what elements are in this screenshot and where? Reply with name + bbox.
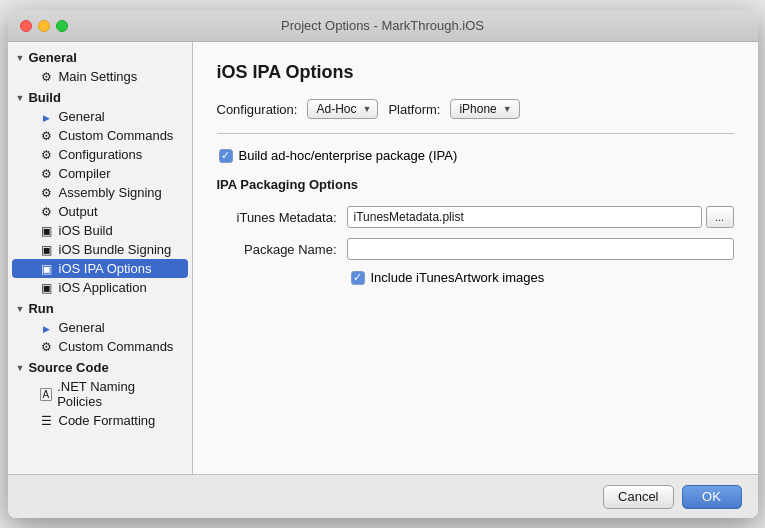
panel-title: iOS IPA Options — [217, 62, 734, 83]
config-row: Configuration: Ad-Hoc ▼ Platform: iPhone… — [217, 99, 734, 119]
itunes-input-group: ... — [347, 206, 734, 228]
ios-app-icon: ▣ — [40, 281, 54, 295]
package-input[interactable] — [347, 238, 734, 260]
main-content: ▼ General Main Settings ▼ Build General — [8, 42, 758, 474]
itunes-input[interactable] — [347, 206, 702, 228]
sidebar: ▼ General Main Settings ▼ Build General — [8, 42, 193, 474]
close-button[interactable] — [20, 20, 32, 32]
sidebar-group-general-label: ▼ General — [8, 48, 192, 67]
sidebar-item-output[interactable]: Output — [12, 202, 188, 221]
ios-ipa-icon: ▣ — [40, 262, 54, 276]
sidebar-group-general: ▼ General Main Settings — [8, 48, 192, 86]
divider — [217, 133, 734, 134]
triangle-icon: ▼ — [16, 93, 25, 103]
sidebar-group-run-label: ▼ Run — [8, 299, 192, 318]
sidebar-item-ios-application[interactable]: ▣ iOS Application — [12, 278, 188, 297]
ios-build-icon: ▣ — [40, 224, 54, 238]
platform-dropdown[interactable]: iPhone ▼ — [450, 99, 520, 119]
sidebar-item-main-settings[interactable]: Main Settings — [12, 67, 188, 86]
sidebar-item-assembly-signing[interactable]: Assembly Signing — [12, 183, 188, 202]
code-icon: ☰ — [40, 414, 54, 428]
ios-bundle-icon: ▣ — [40, 243, 54, 257]
sidebar-item-run-general[interactable]: General — [12, 318, 188, 337]
sidebar-item-ios-build[interactable]: ▣ iOS Build — [12, 221, 188, 240]
traffic-lights — [20, 20, 68, 32]
include-artwork-checkbox[interactable]: ✓ — [351, 271, 365, 285]
sidebar-item-configurations[interactable]: Configurations — [12, 145, 188, 164]
sidebar-item-ios-ipa-options[interactable]: ▣ iOS IPA Options — [12, 259, 188, 278]
build-ipa-checkbox[interactable]: ✓ — [219, 149, 233, 163]
window-title: Project Options - MarkThrough.iOS — [281, 18, 484, 33]
itunes-row: iTunes Metadata: ... — [217, 206, 734, 228]
gear-icon — [40, 186, 54, 200]
include-artwork-label: Include iTunesArtwork images — [371, 270, 545, 285]
platform-label: Platform: — [388, 102, 440, 117]
triangle-icon: ▼ — [16, 53, 25, 63]
triangle-icon: ▼ — [16, 363, 25, 373]
gear-icon — [40, 167, 54, 181]
gear-icon — [40, 340, 54, 354]
include-artwork-row: ✓ Include iTunesArtwork images — [217, 270, 734, 285]
sidebar-item-net-naming[interactable]: A .NET Naming Policies — [12, 377, 188, 411]
cancel-button[interactable]: Cancel — [603, 485, 673, 509]
build-icon — [40, 110, 54, 124]
package-row: Package Name: — [217, 238, 734, 260]
window: Project Options - MarkThrough.iOS ▼ Gene… — [8, 10, 758, 518]
package-label: Package Name: — [217, 242, 347, 257]
sidebar-group-build-label: ▼ Build — [8, 88, 192, 107]
dropdown-arrow-icon: ▼ — [362, 104, 371, 114]
sidebar-item-build-general[interactable]: General — [12, 107, 188, 126]
itunes-browse-button[interactable]: ... — [706, 206, 734, 228]
minimize-button[interactable] — [38, 20, 50, 32]
sidebar-item-custom-commands[interactable]: Custom Commands — [12, 126, 188, 145]
gear-icon — [40, 148, 54, 162]
config-dropdown[interactable]: Ad-Hoc ▼ — [307, 99, 378, 119]
platform-dropdown-arrow-icon: ▼ — [503, 104, 512, 114]
package-input-group — [347, 238, 734, 260]
run-icon — [40, 321, 54, 335]
sidebar-item-run-custom-commands[interactable]: Custom Commands — [12, 337, 188, 356]
sidebar-group-source-label: ▼ Source Code — [8, 358, 192, 377]
sidebar-item-ios-bundle-signing[interactable]: ▣ iOS Bundle Signing — [12, 240, 188, 259]
sidebar-item-compiler[interactable]: Compiler — [12, 164, 188, 183]
section-title: IPA Packaging Options — [217, 177, 734, 194]
gear-icon — [40, 70, 54, 84]
naming-icon: A — [40, 388, 53, 401]
itunes-label: iTunes Metadata: — [217, 210, 347, 225]
sidebar-group-build: ▼ Build General Custom Commands Configur… — [8, 88, 192, 297]
config-label: Configuration: — [217, 102, 298, 117]
footer: Cancel OK — [8, 474, 758, 518]
sidebar-group-source-code: ▼ Source Code A .NET Naming Policies ☰ C… — [8, 358, 192, 430]
gear-icon — [40, 205, 54, 219]
main-panel: iOS IPA Options Configuration: Ad-Hoc ▼ … — [193, 42, 758, 474]
gear-icon — [40, 129, 54, 143]
triangle-icon: ▼ — [16, 304, 25, 314]
sidebar-item-code-formatting[interactable]: ☰ Code Formatting — [12, 411, 188, 430]
sidebar-group-run: ▼ Run General Custom Commands — [8, 299, 192, 356]
maximize-button[interactable] — [56, 20, 68, 32]
titlebar: Project Options - MarkThrough.iOS — [8, 10, 758, 42]
ok-button[interactable]: OK — [682, 485, 742, 509]
build-ipa-label: Build ad-hoc/enterprise package (IPA) — [239, 148, 458, 163]
build-ipa-row: ✓ Build ad-hoc/enterprise package (IPA) — [217, 148, 734, 163]
